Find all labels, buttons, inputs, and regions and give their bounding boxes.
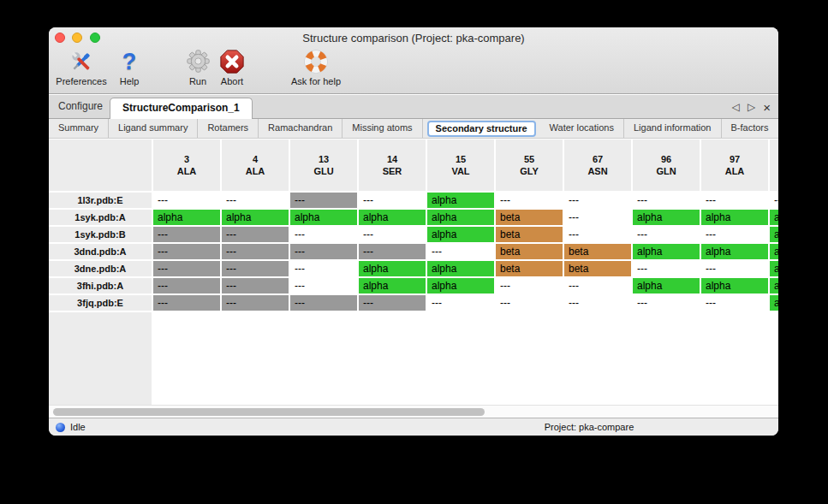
subtab-ligand-summary[interactable]: Ligand summary xyxy=(109,119,198,138)
row-label[interactable]: 1syk.pdb:A xyxy=(49,210,152,225)
subtab-b-factors[interactable]: B-factors xyxy=(722,119,779,138)
ss-cell[interactable]: --- xyxy=(359,295,426,311)
ss-cell[interactable]: alpha xyxy=(153,210,220,225)
ss-cell[interactable]: alpha xyxy=(701,278,768,294)
row-label[interactable]: 1syk.pdb:B xyxy=(49,227,152,242)
ss-cell[interactable]: --- xyxy=(496,193,563,208)
ss-cell[interactable]: alpha xyxy=(222,210,289,225)
ss-cell[interactable]: --- xyxy=(153,193,220,208)
ss-cell[interactable]: alpha xyxy=(633,278,700,294)
ss-cell[interactable]: beta xyxy=(496,261,563,276)
subtab-missing-atoms[interactable]: Missing atoms xyxy=(343,119,422,138)
ss-cell[interactable]: alpha xyxy=(359,210,426,225)
ss-cell[interactable]: alpha xyxy=(427,210,494,225)
ask-for-help-label: Ask for help xyxy=(280,76,352,86)
ss-cell[interactable]: --- xyxy=(633,227,700,242)
ss-cell[interactable]: --- xyxy=(633,193,700,208)
ss-cell[interactable]: beta xyxy=(564,244,631,259)
row-label[interactable]: 1l3r.pdb:E xyxy=(49,193,152,208)
ss-cell[interactable]: --- xyxy=(701,261,768,276)
tab-close-icon[interactable]: × xyxy=(763,100,771,115)
ss-cell[interactable]: --- xyxy=(359,227,426,242)
ss-cell[interactable]: beta xyxy=(496,244,563,259)
ss-cell[interactable]: alpha xyxy=(770,244,778,259)
ss-cell[interactable]: alpha xyxy=(770,227,778,242)
help-button[interactable]: ? Help xyxy=(93,47,165,86)
ss-cell[interactable]: alpha xyxy=(633,210,700,225)
subtab-water-locations[interactable]: Water locations xyxy=(540,119,624,138)
ss-cell[interactable]: --- xyxy=(290,193,357,208)
ss-cell[interactable]: alpha xyxy=(633,244,700,259)
ss-cell[interactable]: --- xyxy=(564,227,631,242)
ss-cell[interactable]: alpha xyxy=(701,210,768,225)
ss-cell[interactable]: beta xyxy=(496,210,563,225)
ss-cell[interactable]: --- xyxy=(290,278,357,294)
ss-cell[interactable]: alpha xyxy=(770,295,778,311)
ss-cell[interactable]: --- xyxy=(290,244,357,259)
ss-cell[interactable]: beta xyxy=(564,261,631,276)
ss-cell[interactable]: --- xyxy=(290,295,357,311)
subtab-rotamers[interactable]: Rotamers xyxy=(198,119,259,138)
row-label[interactable]: 3dne.pdb:A xyxy=(49,261,152,276)
ss-cell[interactable]: --- xyxy=(564,210,631,225)
ss-cell[interactable]: --- xyxy=(564,295,631,311)
subtab-secondary-structure[interactable]: Secondary structure xyxy=(427,121,536,137)
ss-cell[interactable]: beta xyxy=(496,227,563,242)
subtab-ligand-information[interactable]: Ligand information xyxy=(624,119,722,138)
ss-cell[interactable]: --- xyxy=(496,278,563,294)
tab-nav-controls: ◁ ▷ × xyxy=(732,95,771,119)
horizontal-scrollbar[interactable] xyxy=(49,405,778,418)
ss-cell[interactable]: --- xyxy=(633,261,700,276)
tab-prev-icon[interactable]: ◁ xyxy=(732,101,740,113)
ss-cell[interactable]: --- xyxy=(222,261,289,276)
ss-cell[interactable]: alpha xyxy=(359,261,426,276)
ss-cell[interactable]: --- xyxy=(564,278,631,294)
ss-cell[interactable]: --- xyxy=(290,227,357,242)
ss-cell[interactable]: --- xyxy=(153,244,220,259)
ss-cell[interactable]: alpha xyxy=(427,261,494,276)
ss-cell[interactable]: alpha xyxy=(770,210,778,225)
ss-cell[interactable]: alpha xyxy=(427,227,494,242)
subtab-summary[interactable]: Summary xyxy=(49,119,109,138)
ss-cell[interactable]: --- xyxy=(701,227,768,242)
ss-cell[interactable]: --- xyxy=(496,295,563,311)
ss-cell[interactable]: alpha xyxy=(290,210,357,225)
ss-cell[interactable]: --- xyxy=(290,261,357,276)
document-tab-bar: Configure StructureComparison_1 ◁ ▷ × xyxy=(49,95,778,119)
row-label[interactable]: 3dnd.pdb:A xyxy=(49,244,152,259)
ss-cell[interactable]: --- xyxy=(153,227,220,242)
tab-structurecomparison-1[interactable]: StructureComparison_1 xyxy=(110,98,253,119)
abort-button[interactable]: Abort xyxy=(196,47,268,86)
tab-next-icon[interactable]: ▷ xyxy=(748,101,755,113)
ss-cell[interactable]: --- xyxy=(222,278,289,294)
ss-cell[interactable]: alpha xyxy=(427,193,494,208)
ss-cell[interactable]: --- xyxy=(770,193,778,208)
ss-cell[interactable]: --- xyxy=(427,295,494,311)
subtab-ramachandran[interactable]: Ramachandran xyxy=(259,119,343,138)
ss-cell[interactable]: alpha xyxy=(359,278,426,294)
ss-cell[interactable]: --- xyxy=(222,227,289,242)
ss-cell[interactable]: --- xyxy=(222,244,289,259)
ss-cell[interactable]: alpha xyxy=(427,278,494,294)
scrollbar-thumb[interactable] xyxy=(53,408,485,416)
ss-cell[interactable]: alpha xyxy=(701,244,768,259)
row-label[interactable]: 3fhi.pdb:A xyxy=(49,278,152,294)
ss-cell[interactable]: --- xyxy=(222,193,289,208)
ask-for-help-button[interactable]: Ask for help xyxy=(280,47,352,86)
ss-cell[interactable]: --- xyxy=(564,193,631,208)
ss-cell[interactable]: alpha xyxy=(770,261,778,276)
ss-cell[interactable]: --- xyxy=(153,295,220,311)
ss-cell[interactable]: alpha xyxy=(770,278,778,294)
ss-cell[interactable]: --- xyxy=(701,193,768,208)
app-window: Structure comparison (Project: pka-compa… xyxy=(49,27,778,436)
tab-configure[interactable]: Configure xyxy=(58,95,103,118)
ss-cell[interactable]: --- xyxy=(359,193,426,208)
ss-cell[interactable]: --- xyxy=(222,295,289,311)
ss-cell[interactable]: --- xyxy=(153,278,220,294)
row-label[interactable]: 3fjq.pdb:E xyxy=(49,295,152,311)
ss-cell[interactable]: --- xyxy=(701,295,768,311)
ss-cell[interactable]: --- xyxy=(359,244,426,259)
ss-cell[interactable]: --- xyxy=(427,244,494,259)
ss-cell[interactable]: --- xyxy=(633,295,700,311)
ss-cell[interactable]: --- xyxy=(153,261,220,276)
